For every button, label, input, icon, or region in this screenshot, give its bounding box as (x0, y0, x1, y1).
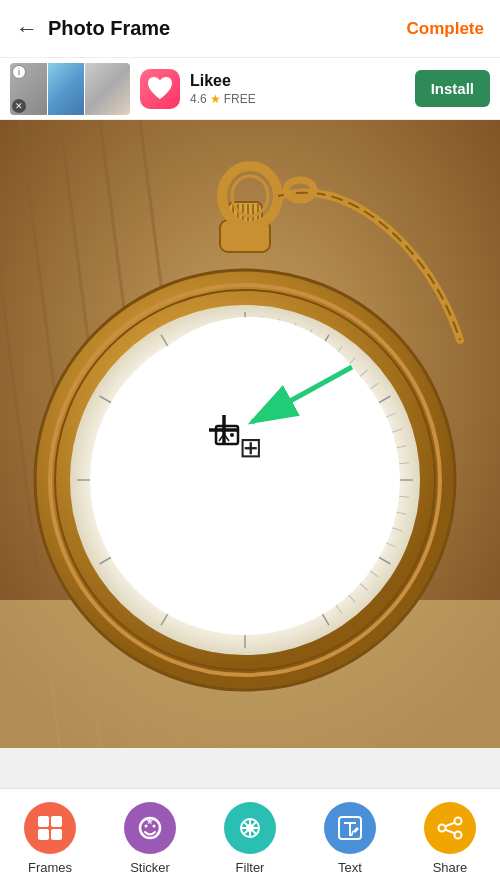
ad-banner: i ✕ Likee 4.6 ★ FREE Install (0, 58, 500, 120)
ad-text-block: Likee 4.6 ★ FREE (190, 72, 405, 106)
share-label: Share (433, 860, 468, 875)
sticker-icon (136, 814, 164, 842)
toolbar-sticker[interactable]: Sticker (100, 802, 200, 875)
svg-line-78 (253, 822, 257, 826)
svg-line-87 (445, 830, 454, 834)
filter-icon (236, 814, 264, 842)
share-icon (436, 814, 464, 842)
text-icon-circle (324, 802, 376, 854)
frames-label: Frames (28, 860, 72, 875)
svg-point-70 (246, 824, 254, 832)
svg-line-77 (244, 831, 248, 835)
svg-line-86 (445, 823, 454, 827)
svg-rect-64 (38, 829, 49, 840)
svg-line-57 (252, 367, 352, 422)
header-left: ← Photo Frame (16, 16, 170, 42)
complete-button[interactable]: Complete (407, 19, 484, 39)
star-icon: ★ (210, 92, 221, 106)
svg-rect-63 (51, 816, 62, 827)
ad-thumbnail: i ✕ (10, 63, 130, 115)
sticker-label: Sticker (130, 860, 170, 875)
svg-point-85 (439, 825, 446, 832)
svg-rect-65 (51, 829, 62, 840)
frames-icon (36, 814, 64, 842)
svg-line-82 (352, 831, 354, 836)
svg-point-83 (455, 818, 462, 825)
toolbar-frames[interactable]: Frames (0, 802, 100, 875)
filter-icon-circle (224, 802, 276, 854)
ad-app-name: Likee (190, 72, 405, 90)
filter-label: Filter (236, 860, 265, 875)
photo-insert-area[interactable]: ⊞ (120, 317, 380, 577)
ad-thumbnail-images (10, 63, 130, 115)
ad-install-button[interactable]: Install (415, 70, 490, 107)
main-image-area[interactable]: ⊞ (0, 120, 500, 748)
sticker-icon-circle (124, 802, 176, 854)
svg-point-68 (153, 825, 156, 828)
svg-rect-62 (38, 816, 49, 827)
svg-line-75 (244, 822, 248, 826)
share-icon-circle (424, 802, 476, 854)
header: ← Photo Frame Complete (0, 0, 500, 58)
text-icon (336, 814, 364, 842)
frames-icon-circle (24, 802, 76, 854)
back-button[interactable]: ← (16, 16, 38, 42)
thumb-img-3 (85, 63, 130, 115)
page-title: Photo Frame (48, 17, 170, 40)
svg-point-67 (145, 825, 148, 828)
text-label: Text (338, 860, 362, 875)
svg-point-61 (230, 433, 234, 437)
toolbar-share[interactable]: Share (400, 802, 500, 875)
ad-info-icon[interactable]: i (12, 65, 26, 79)
add-image-icon[interactable] (204, 410, 244, 450)
svg-line-76 (253, 831, 257, 835)
toolbar-filter[interactable]: Filter (200, 802, 300, 875)
toolbar-text[interactable]: Text (300, 802, 400, 875)
ad-app-logo (140, 69, 180, 109)
thumb-img-2 (48, 63, 85, 115)
ad-close-icon[interactable]: ✕ (12, 99, 26, 113)
svg-point-84 (455, 832, 462, 839)
bottom-toolbar: Frames Sticker (0, 788, 500, 888)
ad-rating: 4.6 ★ FREE (190, 92, 405, 106)
